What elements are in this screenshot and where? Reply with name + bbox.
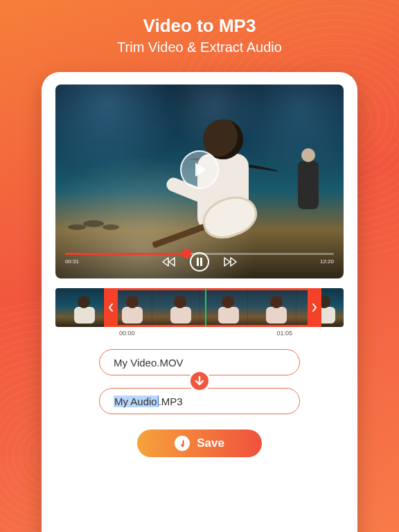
svg-rect-0 (197, 258, 199, 266)
play-overlay-button[interactable] (180, 150, 219, 189)
chevron-right-icon (312, 303, 317, 312)
rewind-icon (161, 257, 175, 267)
output-filename-selected: My Audio (114, 396, 158, 407)
svg-rect-1 (200, 258, 202, 266)
page-title: Video to MP3 (0, 15, 399, 37)
convert-arrow (188, 370, 211, 392)
save-button-label: Save (197, 436, 224, 450)
trim-handle-right[interactable] (308, 288, 321, 327)
timeline-playhead[interactable] (205, 288, 206, 327)
trim-handle-left[interactable] (104, 288, 118, 327)
play-icon (194, 162, 208, 177)
forward-button[interactable] (222, 253, 240, 271)
pause-icon (196, 258, 203, 266)
trim-end-time: 01:05 (276, 330, 292, 337)
device-frame: 00:31 12:20 (42, 72, 357, 532)
timeline-frame (55, 288, 103, 327)
input-filename-text: My Video.MOV (114, 357, 184, 369)
trim-start-time: 00:00 (119, 330, 135, 337)
save-button[interactable]: Save (137, 429, 262, 457)
rewind-button[interactable] (159, 253, 177, 271)
video-preview[interactable]: 00:31 12:20 (55, 85, 344, 278)
output-filename-ext: .MP3 (159, 396, 183, 407)
forward-icon (224, 257, 238, 267)
page-subtitle: Trim Video & Extract Audio (0, 39, 399, 55)
music-note-icon (175, 436, 190, 451)
pause-button[interactable] (190, 252, 209, 272)
trim-selection[interactable] (104, 288, 321, 327)
chevron-left-icon (108, 303, 114, 312)
arrow-down-icon (194, 375, 205, 387)
trim-timeline[interactable] (55, 288, 344, 327)
